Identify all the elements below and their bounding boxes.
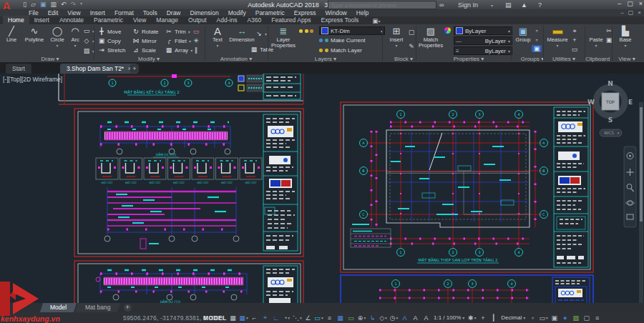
model-space[interactable]: 1 2 3 4 MẶT BẰNG KẾT CẤU TẦNG 2 bbox=[0, 74, 644, 303]
clipboard-panel-label[interactable]: Clipboard bbox=[581, 56, 614, 62]
file-tab-start[interactable]: Start bbox=[6, 64, 31, 74]
ribbon-tab-output[interactable]: Output bbox=[183, 16, 212, 24]
dimension-button[interactable]: ↔ Dimension bbox=[228, 26, 256, 43]
polar-tracking-toggle[interactable]: ◔▾ bbox=[281, 313, 292, 322]
ribbon-tab-manage[interactable]: Manage bbox=[151, 16, 183, 24]
annotation-autoscale-toggle[interactable]: A bbox=[410, 313, 421, 322]
ortho-mode-toggle[interactable]: ∟ bbox=[270, 313, 281, 322]
stretch-button[interactable]: ⇥Stretch bbox=[98, 46, 125, 54]
ribbon-tab-view[interactable]: View bbox=[128, 16, 151, 24]
move-button[interactable]: ╋Move bbox=[98, 28, 122, 35]
new-layout-button[interactable]: + bbox=[124, 304, 132, 312]
canvas-scrollbar[interactable] bbox=[639, 102, 643, 303]
polyline-button[interactable]: ∿ Polyline bbox=[21, 26, 47, 43]
base-button[interactable]: ▙ Base▾ bbox=[615, 26, 635, 49]
hardware-acceleration-icon[interactable]: ▨ bbox=[570, 313, 581, 322]
viewcube-north[interactable]: N bbox=[608, 80, 613, 87]
ribbon-tab-parametric[interactable]: Parametric bbox=[89, 16, 128, 24]
measure-button[interactable]: Measure▾ bbox=[546, 26, 569, 49]
workspace-switching[interactable]: ✱▾ bbox=[467, 313, 477, 322]
ribbon-tab-a360[interactable]: A360 bbox=[242, 16, 266, 24]
annotation-add-scales-toggle[interactable]: A bbox=[421, 313, 431, 322]
doc-restore-icon[interactable]: ▢ bbox=[628, 9, 634, 16]
layer-dropdown[interactable]: KT-Dim ▾ bbox=[319, 26, 385, 35]
a360-cloud-icon[interactable]: ▲ bbox=[521, 1, 527, 9]
draw-panel-label[interactable]: Draw ▾ bbox=[29, 56, 72, 62]
paste-button[interactable]: Paste▾ bbox=[587, 26, 605, 49]
group-button[interactable]: ▣ Group bbox=[513, 26, 533, 43]
rectangle-button[interactable]: ▭▾ bbox=[83, 27, 94, 34]
ribbon-tab-annotate[interactable]: Annotate bbox=[54, 16, 89, 24]
units-control[interactable]: Decimal▾ bbox=[499, 314, 527, 321]
properties-panel-label[interactable]: Properties ▾ bbox=[444, 56, 494, 62]
snap-mode-toggle[interactable]: ▦▾ bbox=[238, 313, 249, 322]
id-point-button[interactable]: + bbox=[571, 36, 578, 44]
mirror-button[interactable]: ⋈Mirror bbox=[132, 37, 157, 44]
lock-ui-control[interactable]: ▭▾ bbox=[538, 313, 549, 322]
ellipse-button[interactable]: ◇▾ bbox=[83, 37, 94, 44]
maximize-button[interactable]: ▢ bbox=[627, 0, 633, 7]
clean-screen-toggle[interactable]: ▢ bbox=[581, 313, 592, 322]
utilities-panel-label[interactable]: Utilities ▾ bbox=[542, 56, 585, 62]
make-current-button[interactable]: Make Current bbox=[319, 37, 365, 44]
viewport-controls[interactable]: [-][Top][2D Wireframe] bbox=[3, 76, 62, 83]
trim-button[interactable]: ✂Trim▾ bbox=[165, 28, 190, 35]
circle-button[interactable]: ◯ Circle▾ bbox=[47, 26, 67, 49]
cart-icon[interactable]: ▤ bbox=[505, 1, 512, 9]
ribbon-tab-insert[interactable]: Insert bbox=[29, 16, 54, 24]
text-button[interactable]: A Text▾ bbox=[208, 26, 227, 49]
arc-button[interactable]: ◠ Arc▾ bbox=[67, 26, 83, 49]
ribbon-tab-featured[interactable]: Featured Apps bbox=[266, 16, 316, 24]
object-snap-tracking-toggle[interactable]: ⋱▾ bbox=[292, 313, 303, 322]
navigation-bar[interactable] bbox=[624, 146, 636, 227]
xref-status-icon[interactable]: ▭ bbox=[346, 313, 356, 322]
help-search-box[interactable] bbox=[328, 1, 436, 9]
selection-cycling-toggle[interactable]: ▭▾ bbox=[313, 313, 324, 322]
group-edit-button[interactable]: ▫ bbox=[533, 36, 540, 44]
ungroup-button[interactable]: ▫ bbox=[533, 27, 540, 34]
leader-button[interactable]: ↘▾ bbox=[255, 30, 267, 37]
ribbon-display-icon[interactable]: ▣▾ bbox=[372, 17, 380, 24]
view-panel-label[interactable]: View ▾ bbox=[613, 56, 641, 62]
file-tab-active[interactable]: 3.Shop Dam San T2* × bbox=[60, 64, 137, 74]
linetype-dropdown[interactable]: — ByLayer▾ bbox=[454, 36, 512, 45]
group-selection-toggle[interactable]: ▣ bbox=[532, 45, 542, 52]
sign-in-dropdown-icon[interactable]: ▾ bbox=[491, 3, 493, 8]
ribbon-tab-express[interactable]: Express Tools bbox=[316, 16, 364, 24]
quick-properties-toggle[interactable]: ▫ bbox=[527, 313, 538, 322]
annotation-panel-label[interactable]: Annotation ▾ bbox=[211, 56, 261, 62]
block-edit-button[interactable]: ▢ bbox=[408, 29, 415, 36]
layout-tab-model[interactable]: Model bbox=[40, 303, 77, 312]
array-button[interactable]: ▦Array▾ bbox=[165, 46, 192, 54]
hatch-button[interactable]: ▨▾ bbox=[83, 47, 94, 54]
transparency-toggle[interactable]: ▦ bbox=[335, 313, 346, 322]
lineweight-toggle[interactable]: ≡ bbox=[324, 313, 335, 322]
color-wheel-icon[interactable] bbox=[444, 27, 451, 35]
doc-close-icon[interactable]: × bbox=[638, 9, 641, 16]
infer-constraints-toggle[interactable]: ⌐ bbox=[249, 313, 260, 322]
close-button[interactable]: × bbox=[639, 0, 643, 7]
insert-button[interactable]: ⊞ Insert▾ bbox=[386, 26, 407, 49]
viewcube-west[interactable]: W bbox=[587, 99, 595, 106]
annotation-visibility-toggle[interactable]: A bbox=[399, 313, 410, 322]
dynamic-ucs-toggle[interactable]: ↳ bbox=[367, 313, 378, 322]
drawing-canvas[interactable]: [-][Top][2D Wireframe] 1 2 3 bbox=[0, 74, 644, 303]
viewcube-east[interactable]: E bbox=[628, 99, 633, 106]
lineweight-dropdown[interactable]: ≡ ByLayer▾ bbox=[454, 46, 512, 55]
line-button[interactable]: ╱ Line bbox=[2, 26, 21, 43]
explode-button[interactable]: ✳ bbox=[192, 37, 200, 44]
quick-select-button[interactable]: ⌖ bbox=[571, 27, 578, 35]
layer-lock-icon[interactable] bbox=[310, 29, 313, 33]
customization-menu[interactable]: ≡ bbox=[592, 313, 602, 322]
search-icon[interactable]: ∞ bbox=[439, 1, 444, 9]
layer-properties-button[interactable]: ≣ Layer Properties bbox=[270, 26, 296, 49]
annotation-scale-control[interactable]: 1:1 / 100%▾ bbox=[431, 314, 467, 321]
copy-button[interactable]: ▣Copy bbox=[98, 37, 121, 44]
sign-in-label[interactable]: Sign In bbox=[458, 1, 478, 9]
dynamic-input-toggle[interactable]: ⌖ bbox=[260, 313, 270, 322]
ribbon-tab-addins[interactable]: Add-ins bbox=[212, 16, 243, 24]
quick-calc-button[interactable]: ▭ bbox=[571, 46, 578, 53]
new-drawing-tab-button[interactable]: + bbox=[130, 64, 139, 73]
minimize-button[interactable]: – bbox=[618, 0, 621, 7]
scale-button[interactable]: ⊿Scale bbox=[132, 46, 156, 54]
